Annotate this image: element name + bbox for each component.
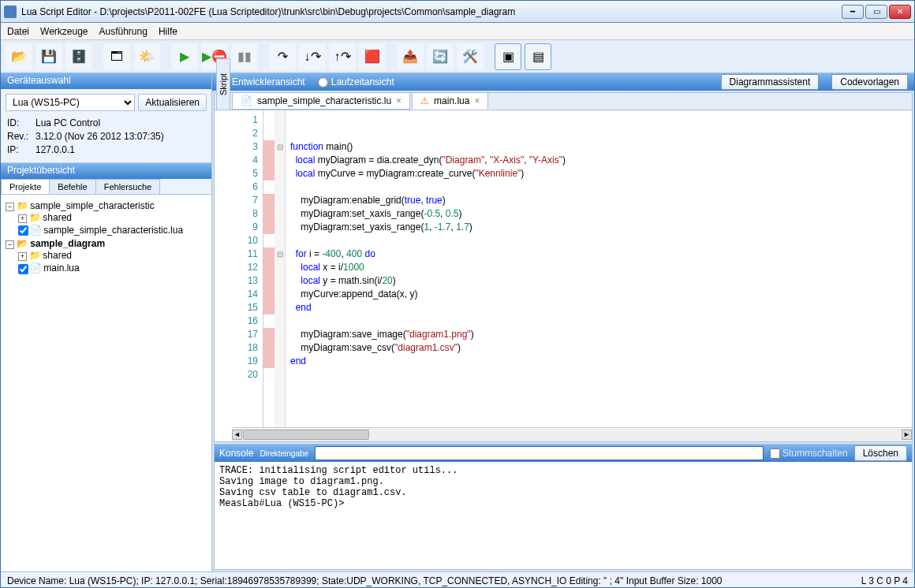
open-project-icon[interactable]: 📂 [6,43,32,70]
lua-file-icon: 📄 [30,225,41,236]
folder-active-icon: 📂 [17,238,28,249]
save-project-icon[interactable]: 💾 [35,43,62,70]
menu-ausfuehrung[interactable]: Ausführung [99,26,148,37]
editor-tab[interactable]: 📄 sample_simple_characteristic.lu × [232,92,410,110]
tab-befehle[interactable]: Befehle [49,179,95,194]
code-editor[interactable]: 1234567891011121314151617181920 ⊟ ⊟ func… [232,110,912,427]
maximize-button[interactable]: ▭ [865,5,887,19]
console-clear-button[interactable]: Löschen [854,445,907,461]
sync-icon[interactable]: 🔄 [427,43,454,70]
menu-datei[interactable]: Datei [7,26,29,37]
folder-icon: 📁 [29,250,40,261]
tree-item[interactable]: main.lua [43,262,79,274]
tools-icon[interactable]: 🛠️ [457,43,484,70]
status-cursor-pos: L 3 C 0 P 4 [861,575,908,586]
console-header: Konsole [219,448,253,459]
code-templates-button[interactable]: Codevorlagen [831,74,908,90]
close-tab-icon[interactable]: × [474,95,480,106]
save-all-icon[interactable]: 🗄️ [65,43,92,70]
close-tab-icon[interactable]: × [396,95,401,106]
upload-icon[interactable]: 📤 [397,43,424,70]
terminal-icon[interactable]: ▣ [495,43,521,70]
project-tree[interactable]: −📁 sample_simple_characteristic +📁 share… [1,195,211,571]
stop-icon[interactable]: 🟥 [359,43,386,70]
skript-side-tab[interactable]: Skript [216,58,230,110]
diagram-assistant-button[interactable]: Diagrammassistent [721,74,820,90]
menu-bar: Datei Werkzeuge Ausführung Hilfe [1,23,914,40]
lua-file-icon: 📄 [241,95,252,106]
folder-icon: 📁 [29,212,40,223]
file-checkbox[interactable] [18,264,28,274]
expand-icon[interactable]: + [18,214,27,223]
run-icon[interactable]: ▶ [171,43,198,70]
expand-icon[interactable]: + [18,252,27,261]
tree-item[interactable]: shared [43,250,72,261]
scrollbar-thumb[interactable] [243,430,369,440]
minimize-button[interactable]: ━ [842,5,864,19]
tree-item[interactable]: sample_simple_characteristic [30,200,154,211]
expand-icon[interactable]: − [6,240,14,249]
editor-tab-label: sample_simple_characteristic.lu [257,95,391,106]
status-left: Device Name: Lua (WS15-PC); IP: 127.0.0.… [7,575,723,586]
expand-icon[interactable]: − [6,203,14,211]
scroll-right-icon[interactable]: ► [902,430,912,440]
refresh-devices-button[interactable]: Aktualisieren [138,94,207,111]
console-direct-input[interactable] [315,446,764,460]
tab-projekte[interactable]: Projekte [1,179,50,194]
horizontal-scrollbar[interactable]: ◄ ► [232,427,912,441]
step-out-icon[interactable]: ↑↷ [329,43,356,70]
new-sunny-icon[interactable]: 🌤️ [133,43,160,70]
window-title: Lua Script Editor - D:\projects\P2011-00… [21,6,840,17]
project-panel-header: Projektübersicht [1,163,211,179]
close-button[interactable]: ✕ [889,5,911,19]
folder-icon: 📁 [17,200,28,211]
pause-icon[interactable]: ▮▮ [231,43,258,70]
device-info: ID:Lua PC Control Rev.:3.12.0 (Nov 26 20… [6,116,166,158]
console-output[interactable]: TRACE: initialising script editor utils.… [215,462,912,569]
warning-icon: ⚠ [420,95,429,106]
tree-item-active[interactable]: sample_diagram [30,238,105,249]
new-device-icon[interactable]: 🗔 [103,43,130,70]
tree-item[interactable]: sample_simple_characteristic.lua [43,225,183,236]
file-checkbox[interactable] [18,225,28,236]
view-switch-bar: Entwickleransicht Laufzeitansicht Diagra… [212,73,914,91]
editor-tab-label: main.lua [434,95,469,106]
main-toolbar: 📂 💾 🗄️ 🗔 🌤️ ▶ ▶⛔ ▮▮ ↷ ↓↷ ↑↷ 🟥 📤 🔄 🛠️ ▣ ▤ [1,40,914,73]
tree-item[interactable]: shared [43,212,72,223]
menu-werkzeuge[interactable]: Werkzeuge [40,26,88,37]
console-direct-label: Direkteingabe [260,449,308,458]
radio-entwickleransicht[interactable]: Entwickleransicht [218,76,305,87]
device-panel-header: Geräteauswahl [1,73,211,89]
menu-hilfe[interactable]: Hilfe [159,26,177,37]
step-over-icon[interactable]: ↷ [269,43,296,70]
window-titlebar: Lua Script Editor - D:\projects\P2011-00… [1,1,914,23]
app-icon [4,6,17,18]
radio-laufzeitansicht[interactable]: Laufzeitansicht [318,76,394,87]
tab-fehlersuche[interactable]: Fehlersuche [95,179,161,194]
layout-icon[interactable]: ▤ [525,43,551,70]
status-bar: Device Name: Lua (WS15-PC); IP: 127.0.0.… [1,571,914,588]
device-select[interactable]: Lua (WS15-PC) [6,94,135,111]
editor-tab-active[interactable]: ⚠ main.lua × [412,92,488,110]
step-into-icon[interactable]: ↓↷ [299,43,326,70]
mute-checkbox[interactable]: Stummschalten [770,448,848,459]
lua-file-icon: 📄 [30,262,41,274]
scroll-left-icon[interactable]: ◄ [232,430,242,440]
